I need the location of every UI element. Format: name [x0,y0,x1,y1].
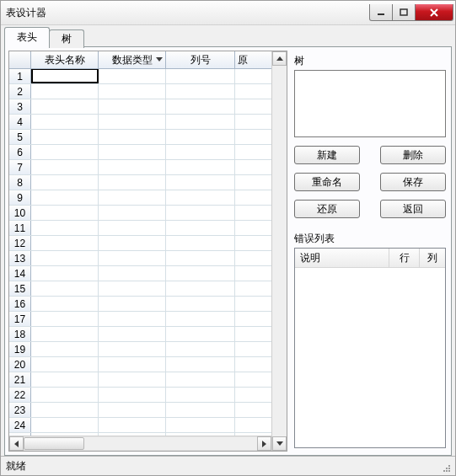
grid-cell[interactable] [166,266,235,281]
grid-cell[interactable] [166,357,235,372]
grid-cell[interactable] [99,115,166,129]
table-row[interactable]: 10 [9,206,271,221]
grid-cell[interactable] [99,175,166,190]
grid-cell[interactable] [31,388,99,402]
grid-cell[interactable] [31,190,99,205]
scroll-down-button[interactable] [272,436,287,451]
grid-cell[interactable] [31,281,99,296]
grid-col-extra[interactable]: 原 [235,51,271,68]
grid-cell[interactable] [99,190,166,205]
row-header[interactable]: 2 [9,84,31,99]
grid-cell[interactable] [99,266,166,281]
table-row[interactable]: 7 [9,160,271,175]
grid-cell[interactable] [235,372,271,387]
row-header[interactable]: 8 [9,175,31,190]
grid-cell[interactable] [235,190,271,205]
row-header[interactable]: 16 [9,297,31,311]
grid-cell[interactable] [235,115,271,129]
grid-cell[interactable] [166,69,235,83]
table-row[interactable]: 2 [9,84,271,99]
row-header[interactable]: 18 [9,327,31,341]
grid-cell[interactable] [31,403,99,417]
row-header[interactable]: 1 [9,69,31,83]
grid-cell[interactable] [31,160,99,174]
row-header[interactable]: 13 [9,251,31,265]
grid-cell[interactable] [166,175,235,190]
table-row[interactable]: 21 [9,372,271,388]
scroll-up-button[interactable] [272,51,287,66]
table-row[interactable]: 8 [9,175,271,190]
grid-cell[interactable] [99,145,166,159]
grid-cell[interactable] [166,160,235,174]
maximize-button[interactable] [392,4,416,21]
grid-body[interactable]: 1234567891011121314151617181920212223242… [9,69,271,436]
grid-cell[interactable] [31,297,99,311]
grid-cell[interactable] [235,236,271,250]
grid-cell[interactable] [166,327,235,341]
grid-cell[interactable] [99,236,166,250]
grid-cell[interactable] [31,99,99,114]
grid-cell[interactable] [99,69,166,83]
tab-header[interactable]: 表头 [4,27,50,47]
grid-cell[interactable] [235,403,271,417]
grid-cell[interactable] [166,115,235,129]
grid-cell[interactable] [31,130,99,144]
grid-cell[interactable] [31,69,99,83]
grid-cell[interactable] [99,206,166,220]
grid-col-name[interactable]: 表头名称 [31,51,99,68]
grid-cell[interactable] [99,357,166,372]
new-button[interactable]: 新建 [294,146,360,164]
delete-button[interactable]: 删除 [380,146,446,164]
grid-cell[interactable] [31,115,99,129]
grid-cell[interactable] [99,312,166,326]
grid-cell[interactable] [31,342,99,356]
rename-button[interactable]: 重命名 [294,173,360,191]
grid-corner[interactable] [9,51,31,68]
table-row[interactable]: 17 [9,312,271,327]
resize-grip[interactable] [438,460,450,472]
grid-cell[interactable] [166,281,235,296]
grid-cell[interactable] [31,266,99,281]
grid-cell[interactable] [166,297,235,311]
grid-cell[interactable] [166,145,235,159]
row-header[interactable]: 5 [9,130,31,144]
grid-cell[interactable] [99,372,166,387]
grid-cell[interactable] [99,160,166,174]
grid-cell[interactable] [235,221,271,235]
grid-cell[interactable] [166,99,235,114]
grid-cell[interactable] [235,342,271,356]
grid-cell[interactable] [31,251,99,265]
grid-cell[interactable] [31,418,99,432]
grid-cell[interactable] [166,312,235,326]
table-row[interactable]: 4 [9,115,271,130]
grid-cell[interactable] [235,160,271,174]
table-row[interactable]: 13 [9,251,271,266]
grid-cell[interactable] [235,69,271,83]
grid-cell[interactable] [99,99,166,114]
grid-cell[interactable] [235,84,271,99]
grid-cell[interactable] [235,388,271,402]
back-button[interactable]: 返回 [380,200,446,218]
row-header[interactable]: 22 [9,388,31,402]
row-header[interactable]: 7 [9,160,31,174]
grid-col-datatype[interactable]: 数据类型 [99,51,166,68]
row-header[interactable]: 19 [9,342,31,356]
minimize-button[interactable] [369,4,393,21]
scroll-right-button[interactable] [257,436,271,451]
grid-cell[interactable] [166,236,235,250]
table-row[interactable]: 18 [9,327,271,342]
grid-cell[interactable] [99,130,166,144]
table-row[interactable]: 15 [9,281,271,297]
grid-cell[interactable] [31,357,99,372]
grid-cell[interactable] [31,84,99,99]
row-header[interactable]: 14 [9,266,31,281]
table-row[interactable]: 6 [9,145,271,160]
grid-cell[interactable] [235,251,271,265]
grid-cell[interactable] [235,266,271,281]
grid-cell[interactable] [31,312,99,326]
grid-cell[interactable] [99,418,166,432]
grid-cell[interactable] [166,206,235,220]
grid-cell[interactable] [166,372,235,387]
table-row[interactable]: 5 [9,130,271,145]
table-row[interactable]: 1 [9,69,271,84]
